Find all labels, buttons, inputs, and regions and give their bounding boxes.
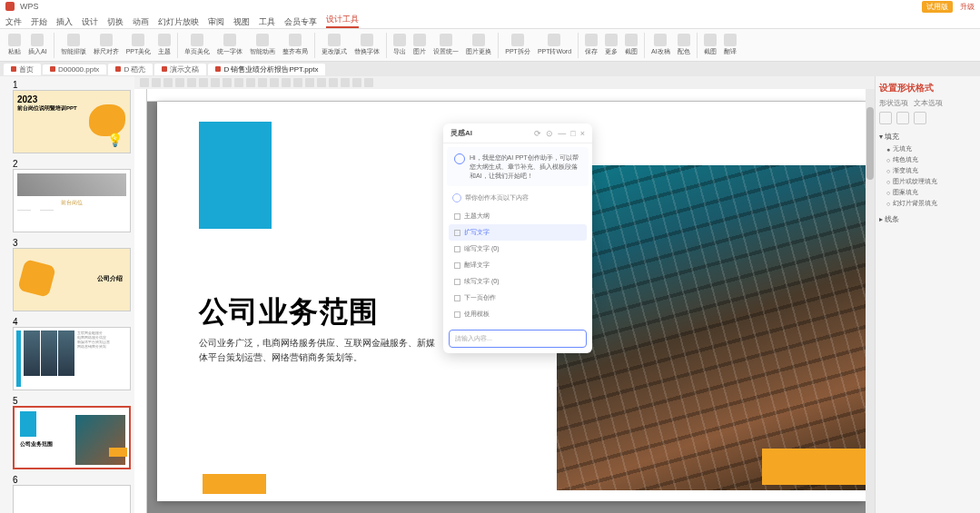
ribbon-tool[interactable]: 图片更换 <box>463 34 494 56</box>
ai-close-icon[interactable]: × <box>580 129 585 138</box>
qt-icon[interactable] <box>187 78 196 87</box>
ribbon-tool[interactable]: 智能动画 <box>247 34 278 56</box>
ai-option[interactable]: 主题大纲 <box>449 208 587 224</box>
ribbon-tool[interactable]: 保存 <box>582 34 600 56</box>
ribbon-tool[interactable]: 智能排版 <box>58 34 89 56</box>
menu-animation[interactable]: 动画 <box>133 16 149 28</box>
menu-view[interactable]: 视图 <box>233 16 250 28</box>
thumbnail-2[interactable]: 前台岗位 —————— <box>13 169 131 232</box>
ribbon-tool[interactable]: 标尺对齐 <box>91 34 122 56</box>
ribbon-tool[interactable]: 整齐布局 <box>280 34 311 56</box>
tab-active-doc[interactable]: D 销售业绩分析报告PPT.pptx <box>208 64 325 75</box>
ribbon-tool[interactable]: 更多 <box>602 34 620 56</box>
fill-option-slidebg[interactable]: 幻灯片背景填充 <box>879 198 976 209</box>
ai-option[interactable]: 翻译文字 <box>449 257 587 273</box>
slide-body-text[interactable]: 公司业务广泛，电商网络服务供应、互联网金融服务、新媒体平台策划运营、网络营销商务… <box>199 336 435 365</box>
fill-icon[interactable] <box>879 112 892 124</box>
menu-slideshow[interactable]: 幻灯片放映 <box>158 16 199 28</box>
panel-tab-text[interactable]: 文本选项 <box>914 98 943 108</box>
thumbnail-6[interactable] <box>13 485 131 513</box>
qt-icon[interactable] <box>258 78 267 87</box>
ribbon-tool[interactable]: 图片 <box>411 34 429 56</box>
ribbon-tool[interactable]: PPT转Word <box>535 34 574 56</box>
ribbon-tool[interactable]: 更改版式 <box>319 34 350 56</box>
tab-home[interactable]: 首页 <box>4 64 41 75</box>
ribbon-tool[interactable]: 主题 <box>155 34 173 56</box>
ribbon-tool[interactable]: 插入AI <box>25 34 50 56</box>
ai-settings-icon[interactable]: ⊙ <box>546 129 553 138</box>
qt-icon[interactable] <box>211 78 220 87</box>
qt-icon[interactable] <box>341 78 350 87</box>
qt-icon[interactable] <box>270 78 279 87</box>
thumbnail-1[interactable]: 2023 前台岗位说明暨培训PPT 💡 <box>13 90 131 153</box>
menu-member[interactable]: 会员专享 <box>284 16 317 28</box>
ai-option[interactable]: 下一页创作 <box>449 290 587 306</box>
ribbon-tool[interactable]: 单页美化 <box>182 34 213 56</box>
section-fill[interactable]: ▾ 填充 <box>879 130 976 143</box>
ribbon-tool[interactable]: PPT美化 <box>124 34 154 56</box>
thumbnail-5[interactable]: 公司业务范围 <box>13 406 131 469</box>
qt-icon[interactable] <box>364 78 373 87</box>
qt-icon[interactable] <box>305 78 314 87</box>
ribbon-tool[interactable]: 统一字体 <box>214 34 245 56</box>
ai-option[interactable]: 续写文字 (0) <box>449 273 587 290</box>
ai-minimize-icon[interactable]: — <box>558 129 566 138</box>
slide-title[interactable]: 公司业务范围 <box>199 292 379 332</box>
menu-home[interactable]: 开始 <box>31 16 47 28</box>
ai-refresh-icon[interactable]: ⟳ <box>534 129 541 138</box>
qt-icon[interactable] <box>282 78 291 87</box>
ribbon-tool[interactable]: 截图 <box>622 34 640 56</box>
ribbon-tool[interactable]: 截图 <box>701 34 719 56</box>
shape-yellow-rect-1[interactable] <box>762 449 871 485</box>
canvas-scrollbar[interactable] <box>866 89 875 513</box>
menu-file[interactable]: 文件 <box>5 16 22 28</box>
ribbon-tool[interactable]: 配色 <box>675 34 693 56</box>
upgrade-link[interactable]: 升级 <box>960 2 975 12</box>
qt-icon[interactable] <box>329 78 338 87</box>
fill-option-picture[interactable]: 图片或纹理填充 <box>879 176 976 187</box>
ribbon-tool[interactable]: 替换字体 <box>351 34 382 56</box>
trial-badge[interactable]: 试用版 <box>922 1 953 13</box>
qt-icon[interactable] <box>152 78 161 87</box>
menu-insert[interactable]: 插入 <box>56 16 73 28</box>
qt-icon[interactable] <box>293 78 302 87</box>
ribbon-tool[interactable]: 导出 <box>391 34 409 56</box>
qt-icon[interactable] <box>352 78 361 87</box>
qt-icon[interactable] <box>223 78 232 87</box>
qt-icon[interactable] <box>199 78 208 87</box>
fill-option-gradient[interactable]: 渐变填充 <box>879 165 976 176</box>
tab-doc[interactable]: D00000.pptx <box>43 64 106 74</box>
effects-icon[interactable] <box>896 112 909 124</box>
qt-icon[interactable] <box>163 78 173 87</box>
menu-design-tools[interactable]: 设计工具 <box>326 14 359 28</box>
ai-maximize-icon[interactable]: □ <box>570 129 575 138</box>
ai-option[interactable]: 缩写文字 (0) <box>449 241 587 257</box>
ai-option[interactable]: 使用模板 <box>449 306 587 322</box>
menu-review[interactable]: 审阅 <box>208 16 224 28</box>
shape-yellow-rect-2[interactable] <box>203 474 266 494</box>
fill-option-solid[interactable]: 纯色填充 <box>879 154 976 165</box>
tab-docer[interactable]: D 稻壳 <box>108 64 153 75</box>
qt-icon[interactable] <box>246 78 255 87</box>
section-line[interactable]: ▸ 线条 <box>879 212 976 226</box>
ribbon-tool[interactable]: 粘贴 <box>5 34 24 56</box>
ai-input-field[interactable]: 請输入内容... <box>449 330 587 348</box>
ribbon-tool[interactable]: 翻译 <box>721 34 739 56</box>
qt-icon[interactable] <box>175 78 184 87</box>
thumbnail-3[interactable]: 公司介绍 <box>13 248 131 311</box>
qt-icon[interactable] <box>140 78 149 87</box>
ribbon-tool[interactable]: PPT拆分 <box>502 34 533 56</box>
ribbon-tool[interactable]: 设置统一 <box>431 34 461 56</box>
menu-tools[interactable]: 工具 <box>259 16 275 28</box>
ai-option-selected[interactable]: 扩写文字 <box>449 224 587 241</box>
menu-transition[interactable]: 切换 <box>107 16 124 28</box>
shape-blue-rect[interactable] <box>199 122 272 229</box>
tab-pres[interactable]: 演示文稿 <box>154 64 206 75</box>
menu-design[interactable]: 设计 <box>82 16 98 28</box>
qt-icon[interactable] <box>234 78 243 87</box>
size-icon[interactable] <box>914 112 926 124</box>
qt-icon[interactable] <box>317 78 326 87</box>
slide-image-building[interactable] <box>557 165 866 490</box>
thumbnail-4[interactable]: 互联网金融服务 电商网络服务供应 新媒体平台策划运营 网络营销商务策划 <box>13 327 131 390</box>
ribbon-tool[interactable]: AI改稿 <box>648 34 673 56</box>
